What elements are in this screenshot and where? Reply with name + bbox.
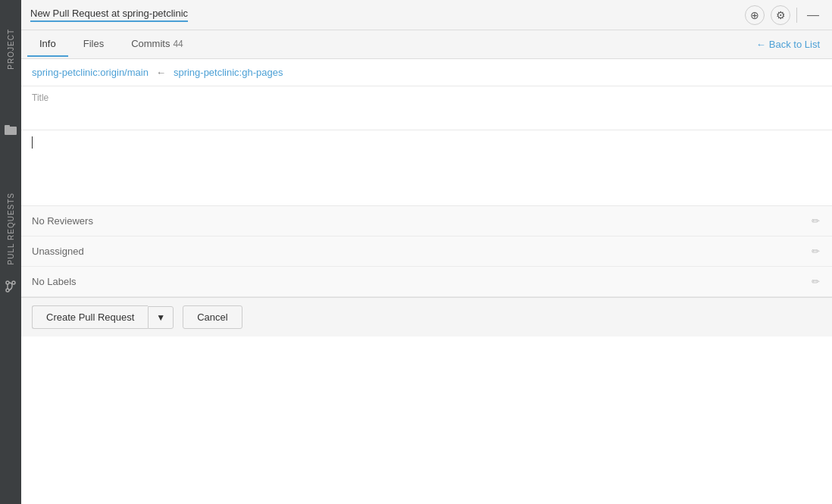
create-dropdown-button[interactable]: ▼ [148,306,174,329]
create-pull-request-button[interactable]: Create Pull Request [32,305,148,329]
metadata-section: No Reviewers ✏ Unassigned ✏ No Labels ✏ [21,206,832,297]
labels-row: No Labels ✏ [21,267,832,296]
back-to-list-button[interactable]: ← Back to List [750,36,826,53]
action-bar: Create Pull Request ▼ Cancel [21,297,832,337]
globe-icon: ⊕ [750,9,759,21]
back-arrow-icon: ← [756,39,766,50]
reviewers-edit-icon[interactable]: ✏ [810,214,821,228]
svg-point-4 [6,289,9,292]
commits-badge: 44 [173,39,183,49]
tab-bar: Info Files Commits44 ← Back to List [21,30,832,59]
main-content: New Pull Request at spring-petclinic ⊕ ⚙… [21,0,832,504]
title-bar: New Pull Request at spring-petclinic ⊕ ⚙… [21,0,832,30]
description-input[interactable] [21,130,832,205]
git-icon[interactable] [2,278,19,295]
cancel-button[interactable]: Cancel [183,305,242,329]
sidebar: Project Pull Requests [0,0,21,504]
window-title: New Pull Request at spring-petclinic [30,8,188,22]
svg-point-3 [12,281,15,284]
assignee-label: Unassigned [32,246,810,257]
description-area[interactable] [21,130,832,206]
minimize-icon: — [807,8,819,22]
project-sidebar-label: Project [7,23,15,76]
back-to-list-label: Back to List [769,39,820,50]
gear-icon: ⚙ [776,9,786,21]
info-content: spring-petclinic:origin/main ← spring-pe… [21,59,832,504]
tab-files[interactable]: Files [71,32,116,57]
title-bar-left: New Pull Request at spring-petclinic [30,8,188,22]
title-divider [796,8,797,23]
title-section: Title [21,86,832,130]
title-field-label: Title [21,86,832,106]
tab-commits[interactable]: Commits44 [119,32,195,57]
source-branch-link[interactable]: spring-petclinic:gh-pages [174,67,283,78]
labels-label: No Labels [32,276,810,287]
title-input[interactable] [21,106,832,130]
svg-point-2 [6,281,9,284]
branch-row: spring-petclinic:origin/main ← spring-pe… [21,59,832,86]
pull-requests-sidebar-label: Pull Requests [7,186,15,271]
svg-rect-1 [5,125,10,128]
gear-button[interactable]: ⚙ [771,5,790,25]
minimize-button[interactable]: — [803,5,823,25]
assignee-edit-icon[interactable]: ✏ [810,244,821,258]
folder-icon[interactable] [2,121,19,138]
reviewers-row: No Reviewers ✏ [21,206,832,236]
branch-arrow-icon: ← [156,67,166,78]
labels-edit-icon[interactable]: ✏ [810,274,821,289]
reviewers-label: No Reviewers [32,215,810,227]
assignee-row: Unassigned ✏ [21,236,832,267]
tab-info[interactable]: Info [27,32,68,57]
target-branch-link[interactable]: spring-petclinic:origin/main [32,67,149,78]
globe-button[interactable]: ⊕ [745,5,765,25]
dropdown-icon: ▼ [156,312,165,323]
title-bar-right: ⊕ ⚙ — [745,5,823,25]
